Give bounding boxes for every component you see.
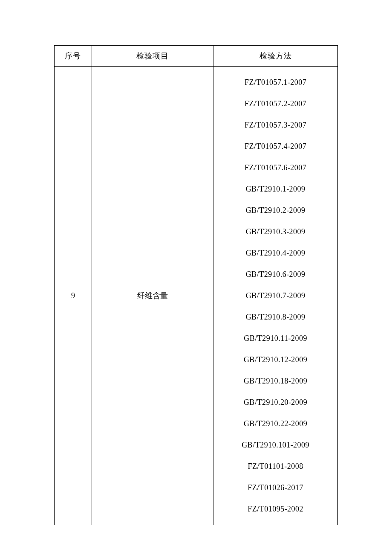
method-item: GB/T2910.11-2009: [244, 328, 307, 349]
method-item: GB/T2910.3-2009: [246, 221, 306, 242]
table-row: 9 纤维含量 FZ/T01057.1-2007FZ/T01057.2-2007F…: [55, 67, 338, 525]
method-item: GB/T2910.101-2009: [242, 434, 309, 456]
method-item: GB/T2910.1-2009: [246, 178, 306, 200]
method-item: GB/T2910.6-2009: [246, 264, 306, 285]
method-item: FZ/T01057.4-2007: [245, 136, 307, 157]
header-seq: 序号: [55, 46, 92, 67]
table-header-row: 序号 检验项目 检验方法: [55, 46, 338, 67]
header-method: 检验方法: [213, 46, 338, 67]
method-item: FZ/T01057.6-2007: [245, 157, 307, 178]
method-item: GB/T2910.18-2009: [244, 370, 308, 392]
method-item: GB/T2910.8-2009: [246, 306, 306, 328]
method-item: GB/T2910.2-2009: [246, 200, 306, 221]
cell-seq: 9: [55, 67, 92, 525]
methods-list: FZ/T01057.1-2007FZ/T01057.2-2007FZ/T0105…: [213, 67, 337, 525]
method-item: FZ/T01057.3-2007: [245, 114, 307, 136]
method-item: FZ/T01026-2017: [248, 477, 303, 498]
cell-item: 纤维含量: [92, 67, 213, 525]
cell-methods: FZ/T01057.1-2007FZ/T01057.2-2007FZ/T0105…: [213, 67, 338, 525]
standards-table-container: 序号 检验项目 检验方法 9 纤维含量 FZ/T01057.1-2007FZ/T…: [54, 45, 338, 525]
method-item: FZ/T01101-2008: [248, 456, 303, 477]
method-item: GB/T2910.22-2009: [244, 413, 308, 434]
standards-table: 序号 检验项目 检验方法 9 纤维含量 FZ/T01057.1-2007FZ/T…: [54, 45, 338, 525]
method-item: GB/T2910.20-2009: [244, 392, 308, 413]
method-item: GB/T2910.12-2009: [244, 349, 308, 370]
method-item: FZ/T01057.2-2007: [245, 93, 307, 114]
method-item: GB/T2910.4-2009: [246, 242, 306, 264]
method-item: FZ/T01095-2002: [248, 498, 303, 520]
method-item: FZ/T01057.1-2007: [245, 72, 307, 93]
header-item: 检验项目: [92, 46, 213, 67]
method-item: GB/T2910.7-2009: [246, 285, 306, 306]
